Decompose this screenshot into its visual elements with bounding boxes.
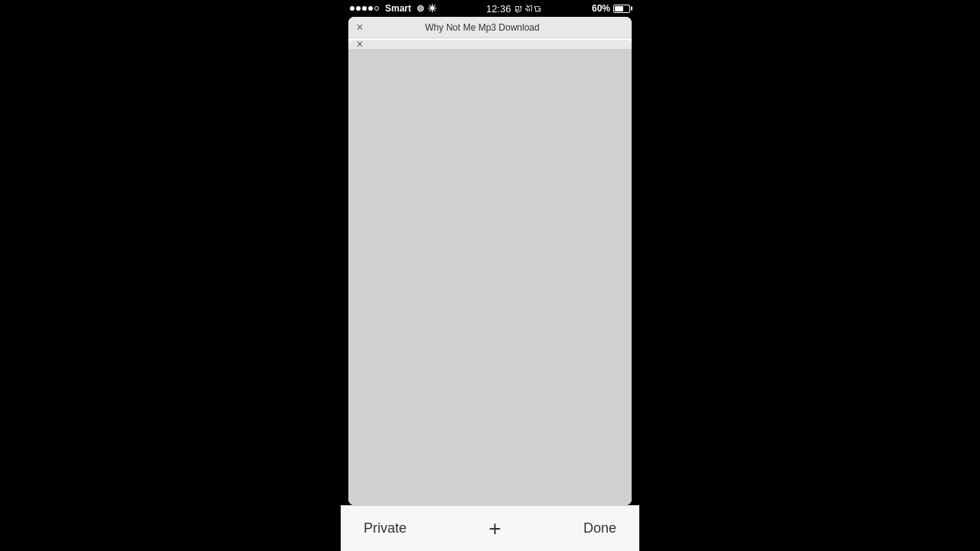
battery-percent: 60% <box>592 3 610 14</box>
browser-tab-front: × <box>348 40 632 505</box>
done-button[interactable]: Done <box>583 520 616 536</box>
carrier-label: Smart <box>385 3 411 14</box>
phone-screen: Smart ⊜ ☀ 12:36 ល្ងាច 60% × Why Not Me M… <box>341 0 639 551</box>
back-tab-close-button[interactable]: × <box>353 21 367 34</box>
status-right: 60% <box>592 3 630 14</box>
wifi-icon: ⊜ <box>416 3 424 14</box>
rotation-icon: ☀ <box>427 2 437 15</box>
browser-area: × Why Not Me Mp3 Download ook your new C… <box>341 17 639 551</box>
signal-dots <box>350 6 379 11</box>
front-tab-title-bar: × <box>348 40 632 50</box>
signal-dot-3 <box>362 6 367 11</box>
signal-dot-4 <box>368 6 373 11</box>
new-tab-button[interactable]: + <box>488 517 501 541</box>
status-bar: Smart ⊜ ☀ 12:36 ល្ងាច 60% <box>341 0 639 17</box>
battery-container <box>613 5 630 13</box>
status-time: 12:36 ល្ងាច <box>486 3 543 15</box>
private-button[interactable]: Private <box>364 520 407 536</box>
bottom-toolbar: Private + Done <box>341 505 639 551</box>
signal-dot-2 <box>356 6 361 11</box>
status-left: Smart ⊜ ☀ <box>350 2 437 15</box>
signal-dot-1 <box>350 6 354 11</box>
signal-dot-5 <box>374 6 379 11</box>
back-tab-title: Why Not Me Mp3 Download <box>425 22 539 33</box>
blank-tab-content <box>348 50 632 505</box>
front-tab-close-button[interactable]: × <box>353 40 367 51</box>
back-tab-title-bar: × Why Not Me Mp3 Download <box>348 17 632 38</box>
battery-fill <box>615 6 623 11</box>
battery-icon <box>613 5 630 13</box>
